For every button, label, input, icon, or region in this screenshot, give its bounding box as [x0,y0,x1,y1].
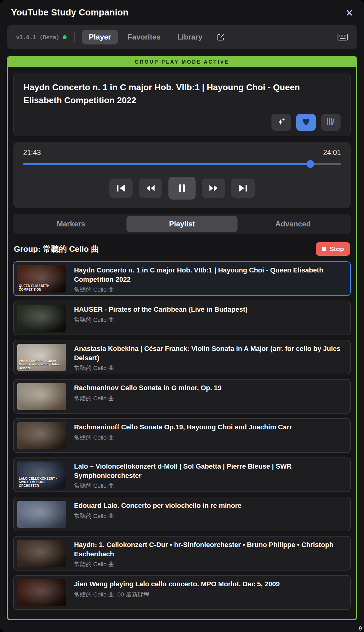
playlist-item-body: Rachmaninoff Cello Sonata Op.19, Hayoung… [74,422,292,449]
status-dot-icon [63,35,67,39]
video-thumbnail [17,501,66,528]
playlist-group-title: Group: 常聽的 Cello 曲 [14,244,99,255]
heart-icon: ♥ [302,118,310,127]
skip-previous-icon [116,184,126,192]
playlist-item-title: Rachmaninoff Cello Sonata Op.19, Hayoung… [74,423,292,432]
tab-player[interactable]: Player [82,30,118,44]
next-track-button[interactable] [231,179,255,198]
playlist-item[interactable]: Violin Sonata in A Major César Franck ar… [13,340,351,374]
playlist-item-title: Rachmaninov Cello Sonata in G minor, Op.… [74,383,221,393]
video-thumbnail [17,540,66,567]
pause-icon [178,184,186,192]
progress-slider[interactable] [23,160,341,168]
stop-button-label: Stop [329,245,344,253]
version-badge: v3.0.1 (Beta) [16,34,67,40]
playlist-section: Group: 常聽的 Cello 曲 Stop QUEEN ELISABETH … [8,239,356,619]
tab-playlist[interactable]: Playlist [126,216,238,232]
previous-track-button[interactable] [109,179,133,198]
toolbar: v3.0.1 (Beta) Player Favorites Library [7,25,357,49]
transport-buttons [23,177,341,200]
stop-group-button[interactable]: Stop [316,242,350,256]
rewind-icon [146,184,155,192]
playlist-item-body: Anastasia Kobekina | César Franck: Violi… [74,344,347,370]
video-action-row: ♥ [23,114,341,131]
playlist-item-subtitle: 常聽的 Cello 曲 [74,434,292,442]
playlist-item-subtitle: 常聽的 Cello 曲 [74,482,347,490]
group-play-mode-banner: GROUP PLAY MODE ACTIVE [8,57,356,67]
titlebar: YouTube Study Companion × [0,0,364,23]
playlist-item-subtitle: 常聽的 Cello 曲 [74,512,242,520]
total-time: 24:01 [323,149,341,157]
playlist-item[interactable]: Edouard Lalo. Concerto per violochello i… [13,497,351,531]
rewind-button[interactable] [139,179,162,198]
tab-favorites[interactable]: Favorites [121,30,168,44]
playlist-item[interactable]: Haydn: 1. Cellokonzert C-Dur • hr-Sinfon… [13,536,351,571]
ai-sparkles-button[interactable] [271,114,291,131]
playlist-item-subtitle: 常聽的 Cello 曲 [74,286,347,294]
playlist-item-title: Jian Wang playing Lalo cello concerto. M… [74,579,280,589]
playlist-item-title: Haydn: 1. Cellokonzert C-Dur • hr-Sinfon… [74,540,347,558]
video-thumbnail [17,422,66,449]
open-in-new-icon[interactable] [217,33,225,41]
skip-next-icon [238,184,248,192]
thumbnail-caption: LALO CELLOKONZERT · SWR SYMPHONIE ORCHES… [19,477,65,488]
playlist-item[interactable]: Rachmaninov Cello Sonata in G minor, Op.… [13,379,351,414]
playlist-item-body: Lalo – Violoncellokonzert d-Moll | Sol G… [74,461,347,488]
video-thumbnail [17,383,66,410]
pause-button[interactable] [168,177,196,200]
version-label: v3.0.1 (Beta) [16,34,60,40]
playlist-item-body: Haydn: 1. Cellokonzert C-Dur • hr-Sinfon… [74,540,347,567]
close-icon[interactable]: × [346,8,353,17]
progress-fill [23,163,310,165]
now-playing-title: Haydn Concerto n. 1 in C major Hob. VIIb… [23,81,341,107]
playlist-item-subtitle: 常聽的 Cello 曲 [74,560,347,568]
favorite-button[interactable]: ♥ [296,114,316,131]
tab-advanced[interactable]: Advanced [238,216,349,232]
playlist-item-title: HAUSER - Pirates of the Caribbean (Live … [74,305,247,314]
main-tabs: Player Favorites Library [82,30,209,44]
video-thumbnail: Violin Sonata in A Major César Franck ar… [17,344,66,371]
playlist-item-body: Rachmaninov Cello Sonata in G minor, Op.… [74,383,221,410]
tab-library[interactable]: Library [171,30,209,44]
playlist-item-title: Lalo – Violoncellokonzert d-Moll | Sol G… [74,462,347,480]
thumbnail-caption: Violin Sonata in A Major César Franck ar… [19,359,65,370]
page-indicator: 9 [359,626,362,632]
toolbar-divider [74,32,75,42]
library-icon [326,118,335,127]
add-to-library-button[interactable] [321,114,341,131]
playlist-item-subtitle: 常聽的 Cello 曲 [74,316,247,324]
tab-markers[interactable]: Markers [15,216,126,232]
playlist-item-body: Haydn Concerto n. 1 in C major Hob. VIIb… [74,265,347,292]
section-tabs: Markers Playlist Advanced [13,214,351,234]
playlist-item-body: Jian Wang playing Lalo cello concerto. M… [74,579,280,606]
progress-thumb[interactable] [307,160,314,168]
playlist-item-body: Edouard Lalo. Concerto per violochello i… [74,501,242,527]
playlist-item[interactable]: Rachmaninoff Cello Sonata Op.19, Hayoung… [13,418,351,453]
transport-card: 21:43 24:01 [13,142,351,208]
time-row: 21:43 24:01 [23,149,341,157]
video-thumbnail [17,579,66,606]
playlist-group-header: Group: 常聽的 Cello 曲 Stop [14,242,350,256]
playlist-item-body: HAUSER - Pirates of the Caribbean (Live … [74,305,247,331]
app-title: YouTube Study Companion [11,7,129,18]
stop-icon [322,247,326,251]
playlist-item-subtitle: 常聽的 Cello 曲 [74,394,221,402]
sparkles-icon [277,117,286,127]
keyboard-icon[interactable] [337,33,348,41]
playlist-item[interactable]: HAUSER - Pirates of the Caribbean (Live … [13,301,351,335]
playlist-item[interactable]: QUEEN ELISABETH COMPETITION Haydn Concer… [13,261,351,296]
fast-forward-icon [209,184,218,192]
video-thumbnail [17,305,66,332]
video-thumbnail: LALO CELLOKONZERT · SWR SYMPHONIE ORCHES… [17,461,66,489]
playlist-item[interactable]: Jian Wang playing Lalo cello concerto. M… [13,575,351,610]
playlist-item-subtitle: 常聽的 Cello 曲, 00-最新課程 [74,591,280,599]
playlist-item-subtitle: 常聽的 Cello 曲 [74,364,347,372]
progress-track [23,163,341,165]
now-playing-card: Haydn Concerto n. 1 in C major Hob. VIIb… [13,73,351,136]
group-play-panel: GROUP PLAY MODE ACTIVE Haydn Concerto n.… [7,56,357,620]
fast-forward-button[interactable] [202,179,225,198]
app-window: YouTube Study Companion × v3.0.1 (Beta) … [0,0,364,632]
playlist-item[interactable]: LALO CELLOKONZERT · SWR SYMPHONIE ORCHES… [13,457,351,492]
playlist-item-title: Haydn Concerto n. 1 in C major Hob. VIIb… [74,266,347,284]
video-thumbnail: QUEEN ELISABETH COMPETITION [17,265,66,293]
